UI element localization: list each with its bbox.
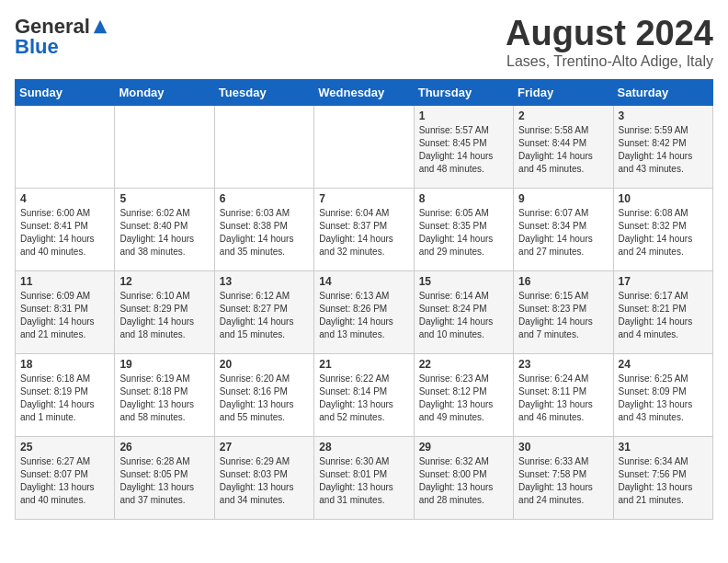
day-number: 8 <box>419 192 508 205</box>
day-number: 13 <box>220 275 309 288</box>
day-number: 14 <box>319 275 408 288</box>
day-cell: 1Sunrise: 5:57 AM Sunset: 8:45 PM Daylig… <box>414 105 513 188</box>
day-number: 3 <box>619 109 708 122</box>
day-number: 29 <box>419 441 508 454</box>
logo-blue: Blue <box>15 35 59 59</box>
day-cell: 21Sunrise: 6:22 AM Sunset: 8:14 PM Dayli… <box>314 353 414 436</box>
day-number: 25 <box>20 441 109 454</box>
day-cell: 15Sunrise: 6:14 AM Sunset: 8:24 PM Dayli… <box>414 270 513 353</box>
day-number: 15 <box>419 275 508 288</box>
day-info: Sunrise: 5:57 AM Sunset: 8:45 PM Dayligh… <box>419 124 508 176</box>
day-cell: 22Sunrise: 6:23 AM Sunset: 8:12 PM Dayli… <box>414 353 513 436</box>
day-info: Sunrise: 6:09 AM Sunset: 8:31 PM Dayligh… <box>20 290 109 341</box>
header-wednesday: Wednesday <box>314 79 414 105</box>
day-number: 20 <box>220 358 309 371</box>
day-number: 11 <box>20 275 109 288</box>
header-row: SundayMondayTuesdayWednesdayThursdayFrid… <box>16 79 713 105</box>
day-number: 22 <box>419 358 508 371</box>
day-info: Sunrise: 6:32 AM Sunset: 8:00 PM Dayligh… <box>419 455 508 507</box>
day-cell: 23Sunrise: 6:24 AM Sunset: 8:11 PM Dayli… <box>514 353 613 436</box>
day-cell <box>16 105 115 188</box>
day-cell: 10Sunrise: 6:08 AM Sunset: 8:32 PM Dayli… <box>613 188 712 270</box>
day-info: Sunrise: 6:33 AM Sunset: 7:58 PM Dayligh… <box>518 455 608 507</box>
day-number: 30 <box>518 441 608 454</box>
header-sunday: Sunday <box>16 79 115 105</box>
day-number: 31 <box>619 441 708 454</box>
day-cell: 3Sunrise: 5:59 AM Sunset: 8:42 PM Daylig… <box>613 105 712 188</box>
day-info: Sunrise: 6:03 AM Sunset: 8:38 PM Dayligh… <box>220 207 309 259</box>
week-row-5: 25Sunrise: 6:27 AM Sunset: 8:07 PM Dayli… <box>16 436 713 519</box>
day-cell: 14Sunrise: 6:13 AM Sunset: 8:26 PM Dayli… <box>314 270 414 353</box>
day-number: 24 <box>619 358 708 371</box>
week-row-2: 4Sunrise: 6:00 AM Sunset: 8:41 PM Daylig… <box>16 188 713 270</box>
day-info: Sunrise: 6:30 AM Sunset: 8:01 PM Dayligh… <box>319 455 408 507</box>
day-number: 21 <box>319 358 408 371</box>
header-saturday: Saturday <box>613 79 712 105</box>
day-info: Sunrise: 6:18 AM Sunset: 8:19 PM Dayligh… <box>20 373 109 424</box>
day-cell: 6Sunrise: 6:03 AM Sunset: 8:38 PM Daylig… <box>214 188 313 270</box>
header-monday: Monday <box>115 79 214 105</box>
day-cell: 8Sunrise: 6:05 AM Sunset: 8:35 PM Daylig… <box>414 188 513 270</box>
day-info: Sunrise: 6:04 AM Sunset: 8:37 PM Dayligh… <box>319 207 408 259</box>
day-number: 19 <box>119 358 209 371</box>
day-number: 16 <box>518 275 608 288</box>
day-info: Sunrise: 6:08 AM Sunset: 8:32 PM Dayligh… <box>619 207 708 259</box>
day-info: Sunrise: 6:24 AM Sunset: 8:11 PM Dayligh… <box>518 373 608 424</box>
day-cell: 16Sunrise: 6:15 AM Sunset: 8:23 PM Dayli… <box>514 270 613 353</box>
header-tuesday: Tuesday <box>214 79 313 105</box>
day-number: 1 <box>419 109 508 122</box>
day-info: Sunrise: 6:05 AM Sunset: 8:35 PM Dayligh… <box>419 207 508 259</box>
day-cell: 30Sunrise: 6:33 AM Sunset: 7:58 PM Dayli… <box>514 436 613 519</box>
day-info: Sunrise: 6:19 AM Sunset: 8:18 PM Dayligh… <box>119 373 209 424</box>
day-info: Sunrise: 6:28 AM Sunset: 8:05 PM Dayligh… <box>119 455 209 507</box>
day-info: Sunrise: 6:07 AM Sunset: 8:34 PM Dayligh… <box>518 207 608 259</box>
page-header: General Blue August 2024 Lases, Trentino… <box>15 15 713 70</box>
day-cell: 25Sunrise: 6:27 AM Sunset: 8:07 PM Dayli… <box>16 436 115 519</box>
day-number: 6 <box>220 192 309 205</box>
day-info: Sunrise: 5:59 AM Sunset: 8:42 PM Dayligh… <box>619 124 708 176</box>
day-cell <box>115 105 214 188</box>
day-info: Sunrise: 6:27 AM Sunset: 8:07 PM Dayligh… <box>20 455 109 507</box>
week-row-4: 18Sunrise: 6:18 AM Sunset: 8:19 PM Dayli… <box>16 353 713 436</box>
day-cell: 29Sunrise: 6:32 AM Sunset: 8:00 PM Dayli… <box>414 436 513 519</box>
day-cell: 20Sunrise: 6:20 AM Sunset: 8:16 PM Dayli… <box>214 353 313 436</box>
day-cell <box>214 105 313 188</box>
day-cell: 31Sunrise: 6:34 AM Sunset: 7:56 PM Dayli… <box>613 436 712 519</box>
day-cell: 13Sunrise: 6:12 AM Sunset: 8:27 PM Dayli… <box>214 270 313 353</box>
day-info: Sunrise: 6:23 AM Sunset: 8:12 PM Dayligh… <box>419 373 508 424</box>
day-info: Sunrise: 6:10 AM Sunset: 8:29 PM Dayligh… <box>119 290 209 341</box>
day-cell: 27Sunrise: 6:29 AM Sunset: 8:03 PM Dayli… <box>214 436 313 519</box>
day-info: Sunrise: 6:29 AM Sunset: 8:03 PM Dayligh… <box>220 455 309 507</box>
week-row-1: 1Sunrise: 5:57 AM Sunset: 8:45 PM Daylig… <box>16 105 713 188</box>
location-title: Lases, Trentino-Alto Adige, Italy <box>506 53 713 70</box>
title-section: August 2024 Lases, Trentino-Alto Adige, … <box>506 15 713 70</box>
month-title: August 2024 <box>506 15 713 53</box>
day-cell: 12Sunrise: 6:10 AM Sunset: 8:29 PM Dayli… <box>115 270 214 353</box>
day-cell: 18Sunrise: 6:18 AM Sunset: 8:19 PM Dayli… <box>16 353 115 436</box>
day-number: 28 <box>319 441 408 454</box>
day-number: 2 <box>518 109 608 122</box>
day-info: Sunrise: 6:34 AM Sunset: 7:56 PM Dayligh… <box>619 455 708 507</box>
day-cell: 4Sunrise: 6:00 AM Sunset: 8:41 PM Daylig… <box>16 188 115 270</box>
day-cell: 28Sunrise: 6:30 AM Sunset: 8:01 PM Dayli… <box>314 436 414 519</box>
day-number: 10 <box>619 192 708 205</box>
day-cell <box>314 105 414 188</box>
logo: General Blue <box>15 15 108 59</box>
header-friday: Friday <box>514 79 613 105</box>
day-cell: 17Sunrise: 6:17 AM Sunset: 8:21 PM Dayli… <box>613 270 712 353</box>
day-cell: 7Sunrise: 6:04 AM Sunset: 8:37 PM Daylig… <box>314 188 414 270</box>
day-info: Sunrise: 5:58 AM Sunset: 8:44 PM Dayligh… <box>518 124 608 176</box>
header-thursday: Thursday <box>414 79 513 105</box>
calendar-table: SundayMondayTuesdayWednesdayThursdayFrid… <box>15 79 713 520</box>
day-info: Sunrise: 6:25 AM Sunset: 8:09 PM Dayligh… <box>619 373 708 424</box>
day-info: Sunrise: 6:22 AM Sunset: 8:14 PM Dayligh… <box>319 373 408 424</box>
day-cell: 26Sunrise: 6:28 AM Sunset: 8:05 PM Dayli… <box>115 436 214 519</box>
day-cell: 2Sunrise: 5:58 AM Sunset: 8:44 PM Daylig… <box>514 105 613 188</box>
day-number: 12 <box>119 275 209 288</box>
day-number: 5 <box>119 192 209 205</box>
day-info: Sunrise: 6:20 AM Sunset: 8:16 PM Dayligh… <box>220 373 309 424</box>
day-info: Sunrise: 6:13 AM Sunset: 8:26 PM Dayligh… <box>319 290 408 341</box>
day-number: 18 <box>20 358 109 371</box>
day-cell: 24Sunrise: 6:25 AM Sunset: 8:09 PM Dayli… <box>613 353 712 436</box>
day-number: 17 <box>619 275 708 288</box>
